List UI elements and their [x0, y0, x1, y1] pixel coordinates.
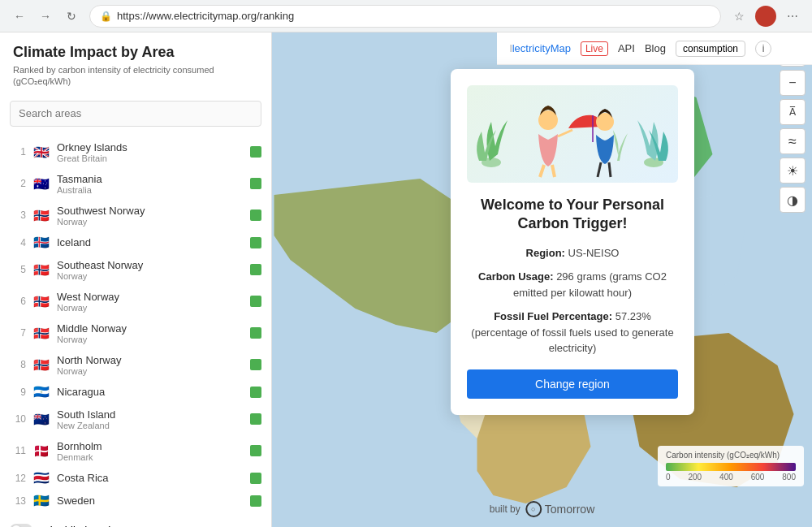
area-name: Bornholm — [57, 440, 244, 452]
back-button[interactable]: ← — [8, 5, 31, 28]
ranking-list: 1 🇬🇧 Orkney Islands Great Britain 2 🇦🇺 T… — [0, 133, 271, 516]
translate-button[interactable]: A̅ — [780, 99, 806, 125]
area-info: North Norway Norway — [57, 354, 244, 376]
area-name: Southeast Norway — [57, 259, 244, 271]
area-name: North Norway — [57, 354, 244, 366]
area-country: Denmark — [57, 452, 244, 462]
color-blind-label: color blind mode — [39, 524, 116, 527]
rank-number: 11 — [10, 445, 26, 456]
url-text: https://www.electricitymap.org/ranking — [117, 10, 294, 22]
legend-gradient — [666, 463, 796, 471]
carbon-indicator — [250, 473, 261, 484]
list-item[interactable]: 9 🇳🇮 Nicaragua — [0, 381, 271, 404]
tomorrow-icon: ○ — [525, 501, 542, 517]
change-region-button[interactable]: Change region — [467, 369, 678, 399]
sun-button[interactable]: ☀ — [780, 158, 806, 184]
rank-number: 8 — [10, 359, 26, 370]
area-info: Sweden — [57, 495, 244, 507]
area-country: Norway — [57, 271, 244, 281]
list-item[interactable]: 3 🇳🇴 Southwest Norway Norway — [0, 200, 271, 231]
list-item[interactable]: 1 🇬🇧 Orkney Islands Great Britain — [0, 136, 271, 168]
flag-icon: 🇳🇿 — [32, 413, 50, 425]
consumption-toggle[interactable]: consumption — [676, 41, 745, 57]
flag-icon: 🇳🇴 — [32, 263, 50, 276]
star-button[interactable]: ☆ — [728, 5, 750, 28]
area-country: New Zealand — [57, 421, 244, 430]
page-title: Climate Impact by Area — [13, 44, 258, 61]
area-info: West Norway Norway — [57, 291, 244, 313]
list-item[interactable]: 2 🇦🇺 Tasmania Australia — [0, 168, 271, 200]
rank-number: 5 — [10, 264, 26, 275]
profile-avatar[interactable] — [755, 6, 776, 27]
address-bar[interactable]: 🔒 https://www.electricitymap.org/ranking — [89, 5, 721, 28]
list-item[interactable]: 8 🇳🇴 North Norway Norway — [0, 349, 271, 381]
rank-number: 6 — [10, 296, 26, 307]
area-country: Norway — [57, 217, 244, 227]
carbon-indicator — [250, 237, 261, 248]
legend-labels: 0 200 400 600 800 — [666, 473, 796, 482]
list-item[interactable]: 5 🇳🇴 Southeast Norway Norway — [0, 254, 271, 286]
svg-line-10 — [540, 165, 544, 177]
tomorrow-logo: ○ Tomorrow — [525, 501, 594, 517]
modal-illustration — [467, 85, 678, 183]
collapse-sidebar-button[interactable]: ◀ — [271, 264, 272, 296]
wind-button[interactable]: ≈ — [780, 128, 806, 154]
rank-number: 3 — [10, 210, 26, 221]
fossil-value: 57.23% — [615, 310, 651, 322]
area-name: West Norway — [57, 291, 244, 303]
color-blind-section: color blind mode — [0, 516, 271, 527]
area-info: Iceland — [57, 236, 244, 248]
area-info: Nicaragua — [57, 386, 244, 398]
carbon-legend: Carbon intensity (gCO₂eq/kWh) 0 200 400 … — [658, 446, 804, 486]
rank-number: 1 — [10, 146, 26, 158]
carbon-indicator — [250, 359, 261, 370]
refresh-button[interactable]: ↻ — [60, 5, 83, 28]
color-blind-toggle[interactable] — [10, 524, 32, 527]
list-item[interactable]: 12 🇨🇷 Costa Rica — [0, 467, 271, 490]
carbon-indicator — [250, 413, 261, 425]
search-input[interactable] — [10, 101, 261, 127]
flag-icon: 🇳🇮 — [32, 386, 50, 399]
page-subtitle: Ranked by carbon intensity of electricit… — [13, 64, 258, 88]
rank-number: 10 — [10, 413, 26, 425]
flag-icon: 🇳🇴 — [32, 326, 50, 339]
zoom-out-button[interactable]: − — [780, 70, 806, 96]
rank-number: 13 — [10, 495, 26, 507]
search-container — [0, 94, 271, 133]
carbon-indicator — [250, 445, 261, 456]
fossil-sub: (percentage of fossil fuels used to gene… — [471, 326, 673, 355]
list-item[interactable]: 7 🇳🇴 Middle Norway Norway — [0, 317, 271, 349]
forward-button[interactable]: → — [34, 5, 57, 28]
list-item[interactable]: 10 🇳🇿 South Island New Zealand — [0, 404, 271, 435]
fossil-label: Fossil Fuel Percentage: — [494, 310, 612, 322]
modal-title: Welcome to Your Personal Carbon Trigger! — [467, 196, 678, 234]
carbon-indicator — [250, 495, 261, 507]
more-button[interactable]: ⋯ — [781, 5, 804, 28]
sidebar-header: Climate Impact by Area Ranked by carbon … — [0, 32, 271, 94]
api-link[interactable]: API — [618, 42, 635, 54]
rank-number: 4 — [10, 237, 26, 248]
area-name: Orkney Islands — [57, 141, 244, 153]
area-info: Middle Norway Norway — [57, 322, 244, 344]
blog-link[interactable]: Blog — [645, 42, 666, 54]
modal-region: Region: US-NEISO — [467, 245, 678, 261]
area-name: Costa Rica — [57, 472, 244, 484]
flag-icon: 🇳🇴 — [32, 209, 50, 222]
area-name: South Island — [57, 408, 244, 421]
area-name: Iceland — [57, 236, 244, 248]
browser-actions: ☆ ⋯ — [728, 5, 804, 28]
list-item[interactable]: 6 🇳🇴 West Norway Norway — [0, 286, 271, 317]
carbon-indicator — [250, 178, 261, 189]
moon-button[interactable]: ◑ — [780, 187, 806, 213]
area-info: Bornholm Denmark — [57, 440, 244, 462]
modal-fossil: Fossil Fuel Percentage: 57.23% (percenta… — [467, 309, 678, 356]
area-country: Norway — [57, 366, 244, 376]
list-item[interactable]: 13 🇸🇪 Sweden — [0, 490, 271, 512]
area-country: Great Britain — [57, 153, 244, 163]
flag-icon: 🇬🇧 — [32, 145, 50, 158]
area-name: Tasmania — [57, 173, 244, 185]
info-button[interactable]: i — [755, 41, 771, 57]
rank-number: 9 — [10, 387, 26, 398]
list-item[interactable]: 4 🇮🇸 Iceland — [0, 231, 271, 254]
list-item[interactable]: 11 🇩🇰 Bornholm Denmark — [0, 435, 271, 467]
